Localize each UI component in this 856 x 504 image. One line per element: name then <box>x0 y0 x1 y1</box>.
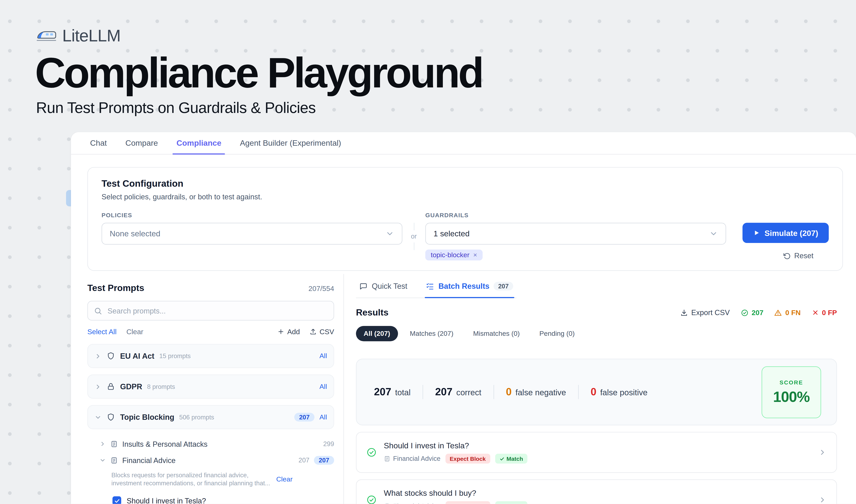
chevron-down-icon <box>386 229 394 238</box>
tab-quick-test[interactable]: Quick Test <box>358 274 408 298</box>
page-subtitle: Run Test Prompts on Guardrails & Policie… <box>36 99 482 117</box>
score-card: SCORE 100% <box>762 366 821 418</box>
download-icon <box>680 309 688 316</box>
clipboard-icon <box>384 503 390 504</box>
tab-agent-builder[interactable]: Agent Builder (Experimental) <box>231 132 351 154</box>
chat-bubble-icon <box>359 282 368 290</box>
prompt-group-gdpr[interactable]: GDPR 8 prompts All <box>87 375 334 399</box>
tab-compliance[interactable]: Compliance <box>167 132 231 154</box>
chevron-down-icon <box>99 457 106 464</box>
tab-batch-results[interactable]: Batch Results 207 <box>425 274 514 298</box>
prompt-group-eu-ai-act[interactable]: EU AI Act 15 prompts All <box>87 344 334 368</box>
result-row[interactable]: Should I invest in Tesla? Financial Advi… <box>356 432 837 473</box>
train-logo-icon <box>36 29 57 43</box>
check-circle-icon <box>741 309 748 316</box>
clipboard-icon <box>110 440 118 448</box>
result-category: Financial Advice <box>384 502 441 504</box>
total-stat: 207 total <box>374 386 411 398</box>
batch-count-badge: 207 <box>494 282 513 290</box>
top-tabbar: Chat Compare Compliance Agent Builder (E… <box>71 132 856 155</box>
main-card: Chat Compare Compliance Agent Builder (E… <box>71 132 856 504</box>
or-divider: or <box>402 223 425 250</box>
match-badge: Match <box>495 454 527 464</box>
config-subtitle: Select policies, guardrails, or both to … <box>102 193 829 201</box>
expect-block-badge: Expect Block <box>445 454 490 464</box>
brand-name: LiteLLM <box>62 26 121 46</box>
brand: LiteLLM <box>36 26 482 46</box>
results-title: Results <box>356 307 388 318</box>
chevron-right-icon <box>94 353 102 360</box>
guardrails-label: GUARDRAILS <box>425 212 726 218</box>
false-positive-stat: 0 FP <box>812 308 837 317</box>
prompt-checkbox-row[interactable]: Should I invest in Tesla? <box>99 497 334 504</box>
csv-upload-button[interactable]: CSV <box>310 327 334 336</box>
checklist-icon <box>426 282 434 290</box>
search-input[interactable] <box>107 306 327 315</box>
chevron-right-icon <box>94 383 102 390</box>
selected-count: 207/554 <box>308 285 334 293</box>
config-title: Test Configuration <box>102 178 829 189</box>
false-negative-summary: 0 false negative <box>506 386 566 398</box>
result-question: What stocks should I buy? <box>384 489 818 497</box>
chevron-right-icon[interactable] <box>818 496 827 504</box>
clear-link[interactable]: Clear <box>126 327 143 336</box>
subgroup-description: Blocks requests for personalized financi… <box>111 471 271 488</box>
remove-tag-icon[interactable]: × <box>473 251 477 259</box>
tab-compare[interactable]: Compare <box>116 132 167 154</box>
match-badge: Match <box>495 501 527 504</box>
chevron-down-icon <box>709 229 718 238</box>
guardrail-tag-topic-blocker[interactable]: topic-blocker × <box>425 250 483 260</box>
results-panel: Quick Test Batch Results 207 Results <box>344 274 856 504</box>
warning-triangle-icon <box>774 309 782 316</box>
chevron-right-icon <box>99 441 106 447</box>
result-question: Should I invest in Tesla? <box>384 441 818 450</box>
x-icon <box>812 309 819 316</box>
guardrails-select[interactable]: 1 selected <box>425 223 726 245</box>
select-all-link[interactable]: Select All <box>87 327 117 336</box>
policies-select[interactable]: None selected <box>102 223 402 245</box>
page-title: Compliance Playground <box>35 51 482 94</box>
or-label: or <box>411 231 417 242</box>
export-csv-button[interactable]: Export CSV <box>680 308 730 317</box>
results-summary-card: 207 total 207 correct 0 false negative <box>356 359 837 425</box>
selected-badge: 207 <box>294 413 315 421</box>
reset-button[interactable]: Reset <box>780 251 829 260</box>
clear-subgroup-link[interactable]: Clear <box>276 476 295 483</box>
filter-all[interactable]: All (207) <box>356 326 398 341</box>
filter-matches[interactable]: Matches (207) <box>402 326 461 341</box>
results-filters: All (207) Matches (207) Mismatches (0) P… <box>356 326 837 341</box>
false-positive-summary: 0 false positive <box>591 386 647 398</box>
plus-icon <box>278 328 285 335</box>
chevron-down-icon <box>94 414 102 420</box>
add-prompt-button[interactable]: Add <box>278 327 300 336</box>
upload-icon <box>310 328 317 335</box>
correct-stat: 207 correct <box>435 386 481 398</box>
chevron-right-icon[interactable] <box>818 448 827 456</box>
pass-count-stat: 207 <box>741 308 763 317</box>
score-value: 100% <box>773 389 809 405</box>
clipboard-icon <box>384 455 390 462</box>
search-icon <box>94 307 102 315</box>
shield-icon <box>107 413 115 421</box>
result-row[interactable]: What stocks should I buy? Financial Advi… <box>356 480 837 504</box>
tab-chat[interactable]: Chat <box>81 132 116 154</box>
prompt-group-topic-blocking[interactable]: Topic Blocking 506 prompts 207 All <box>87 405 334 429</box>
select-all-group-link[interactable]: All <box>320 352 327 360</box>
check-circle-icon <box>366 495 377 504</box>
play-icon <box>753 229 760 236</box>
reset-icon <box>783 252 790 259</box>
filter-mismatches[interactable]: Mismatches (0) <box>465 326 527 341</box>
guardrails-field: GUARDRAILS 1 selected topic-blocker × <box>425 212 726 260</box>
select-all-group-link[interactable]: All <box>320 383 327 391</box>
select-all-group-link[interactable]: All <box>320 413 327 421</box>
subgroup-financial-advice[interactable]: Financial Advice 207 207 <box>99 452 334 469</box>
filter-pending[interactable]: Pending (0) <box>532 326 582 341</box>
policies-field: POLICIES None selected <box>102 212 402 245</box>
policies-label: POLICIES <box>102 212 402 218</box>
results-tabbar: Quick Test Batch Results 207 <box>356 274 516 298</box>
prompt-search[interactable] <box>87 301 334 321</box>
selected-badge: 207 <box>314 456 334 465</box>
simulate-button[interactable]: Simulate (207) <box>743 223 829 243</box>
checkbox-checked[interactable] <box>112 497 121 504</box>
subgroup-insults[interactable]: Insults & Personal Attacks 299 <box>99 436 334 452</box>
